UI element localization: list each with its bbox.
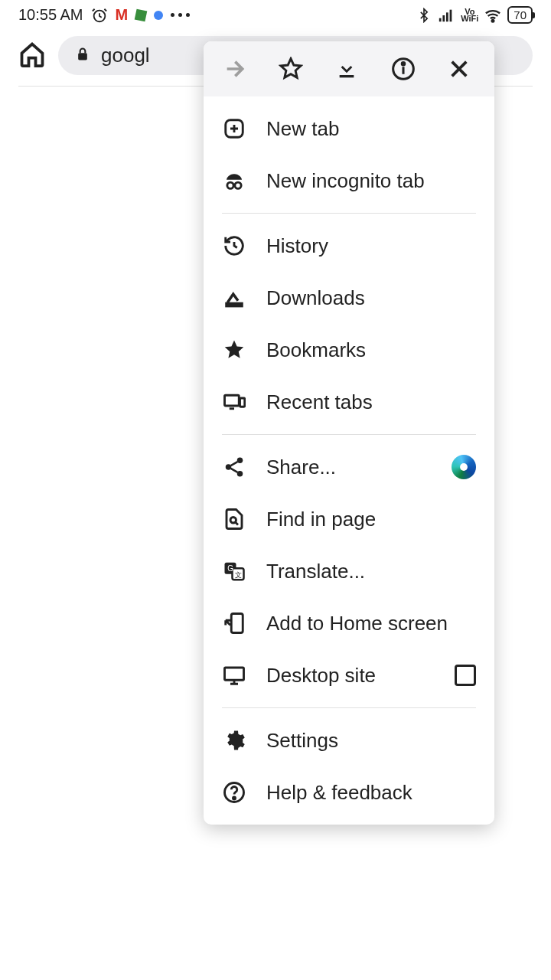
menu-label: History [266,234,476,258]
menu-find-in-page[interactable]: Find in page [204,493,494,545]
svg-rect-6 [78,53,87,60]
menu-label: Bookmarks [266,338,476,362]
menu-recent-tabs[interactable]: Recent tabs [204,376,494,428]
menu-separator [222,707,476,708]
svg-rect-25 [231,614,243,633]
bookmarks-icon [222,338,246,362]
dot-notif-icon [154,11,163,20]
forward-button[interactable] [217,57,251,81]
settings-icon [222,728,246,753]
svg-rect-15 [225,395,240,406]
bluetooth-icon [416,8,432,23]
info-button[interactable] [386,57,420,81]
svg-rect-3 [446,12,448,21]
svg-rect-26 [225,668,244,680]
svg-text:G: G [227,564,233,573]
menu-label: Downloads [266,286,476,310]
menu-separator [222,434,476,435]
desktop-site-checkbox[interactable] [455,665,476,686]
menu-desktop-site[interactable]: Desktop site [204,649,494,701]
svg-point-18 [226,464,232,470]
edge-icon [452,455,476,479]
recent-tabs-icon [222,390,246,414]
svg-point-28 [233,797,236,799]
wifi-icon [484,7,501,24]
menu-label: Settings [266,729,476,753]
menu-help[interactable]: Help & feedback [204,766,494,818]
lock-icon [75,44,90,67]
svg-rect-4 [450,9,452,21]
menu-incognito[interactable]: New incognito tab [204,155,494,207]
alarm-icon [91,7,108,24]
status-time: 10:55 AM [18,6,83,24]
svg-rect-16 [240,398,245,407]
share-icon [222,455,246,479]
menu-settings[interactable]: Settings [204,714,494,766]
overflow-menu: New tab New incognito tab History Downlo… [204,41,494,825]
home-button[interactable] [18,41,46,71]
menu-separator [222,213,476,214]
menu-share[interactable]: Share... [204,441,494,493]
menu-translate[interactable]: G文 Translate... [204,545,494,597]
svg-point-10 [402,63,404,65]
svg-point-13 [235,182,241,188]
new-tab-icon [222,116,246,141]
app-notif-icon [135,10,146,21]
more-notif-icon [171,13,190,17]
help-icon [222,780,246,805]
menu-label: Add to Home screen [266,612,476,635]
incognito-icon [222,168,246,193]
svg-point-5 [492,19,494,21]
svg-point-19 [237,471,243,477]
menu-label: New incognito tab [266,169,476,193]
menu-downloads[interactable]: Downloads [204,272,494,324]
svg-text:文: 文 [235,571,242,579]
signal-icon [438,7,455,24]
svg-point-12 [227,182,233,188]
find-icon [222,507,246,531]
menu-add-home[interactable]: Add to Home screen [204,597,494,649]
menu-label: Share... [266,456,432,479]
translate-icon: G文 [222,559,246,583]
battery-indicator: 70 [507,6,533,24]
svg-rect-7 [340,75,354,77]
desktop-icon [222,663,246,688]
menu-label: Help & feedback [266,781,476,805]
menu-history[interactable]: History [204,220,494,272]
status-bar: 10:55 AM M VoWiFi 70 [0,0,551,27]
add-home-icon [222,611,246,635]
gmail-icon: M [116,6,129,24]
svg-rect-1 [439,18,442,21]
menu-new-tab[interactable]: New tab [204,103,494,155]
svg-point-17 [237,458,243,464]
menu-header-row [204,41,494,96]
menu-label: Recent tabs [266,390,476,414]
close-menu-button[interactable] [442,57,476,81]
url-text: googl [101,44,150,67]
menu-label: New tab [266,117,476,141]
svg-rect-2 [443,15,445,21]
menu-label: Translate... [266,560,476,583]
menu-bookmarks[interactable]: Bookmarks [204,324,494,376]
downloads-icon [222,286,246,310]
svg-rect-14 [227,304,242,306]
menu-label: Desktop site [266,664,435,688]
download-button[interactable] [330,57,364,81]
bookmark-star-button[interactable] [274,57,308,81]
history-icon [222,234,246,258]
menu-list: New tab New incognito tab History Downlo… [204,96,494,825]
vowifi-icon: VoWiFi [461,8,478,22]
menu-label: Find in page [266,508,476,531]
